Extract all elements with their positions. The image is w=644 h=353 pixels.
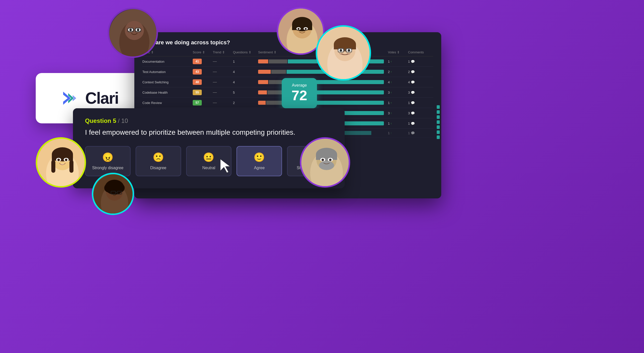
avatar-bottom-left <box>36 137 86 188</box>
col-votes: Votes ⇕ <box>388 50 408 54</box>
svg-rect-35 <box>52 154 73 161</box>
row-comments: 1 💬 <box>408 101 433 105</box>
row-trend: — <box>213 80 233 84</box>
row-votes: 4 ↑ <box>388 80 408 84</box>
table-row: Test Automation 43 — 4 2 ↑ 2 💬 <box>142 67 433 77</box>
row-votes: 1 ↑ <box>388 122 408 125</box>
disagree-label: Disagree <box>150 166 166 170</box>
row-topic: Context Switching <box>142 80 193 84</box>
question-header: Question 5 / 10 <box>85 117 333 124</box>
row-votes: 1 ↑ <box>388 60 408 63</box>
row-votes: 1 ↑ <box>388 131 408 135</box>
row-questions: 1 <box>233 60 258 63</box>
row-score: 48 <box>193 79 213 85</box>
svg-point-18 <box>305 28 307 30</box>
row-topic: Code Review <box>142 101 193 105</box>
cursor <box>218 158 231 174</box>
avatar-top-center <box>108 8 158 58</box>
row-votes: 3 ↑ <box>388 91 408 94</box>
avatar-bottom-right <box>300 137 350 188</box>
agree-label: Agree <box>254 166 265 170</box>
table-row: Documentation 41 — 1 1 ↑ 1 💬 <box>142 56 433 67</box>
sentiment-bar <box>258 90 384 94</box>
row-topic: Documentation <box>142 60 193 63</box>
row-score: 57 <box>193 100 213 105</box>
strongly-disagree-emoji: 😠 <box>102 152 113 163</box>
svg-point-62 <box>329 159 332 161</box>
row-comments: 1 💬 <box>408 122 433 125</box>
row-comments: 1 💬 <box>408 60 433 63</box>
disagree-emoji: 🙁 <box>153 152 164 163</box>
answer-strongly-disagree[interactable]: 😠 Strongly disagree <box>85 146 131 176</box>
answer-agree[interactable]: 🙂 Agree <box>236 146 282 176</box>
svg-point-41 <box>65 159 67 161</box>
svg-rect-58 <box>316 154 337 160</box>
logo-text: Clari <box>85 89 118 108</box>
svg-rect-23 <box>334 44 356 49</box>
svg-rect-37 <box>69 160 73 173</box>
col-comments: Comments <box>408 50 433 54</box>
col-score: Score ⇕ <box>193 50 213 54</box>
row-score: 55 <box>193 90 213 95</box>
question-text: I feel empowered to prioritize between m… <box>85 128 333 137</box>
row-trend: — <box>213 59 233 64</box>
row-votes: 2 ↑ <box>388 70 408 74</box>
question-number: Question 5 <box>85 117 116 124</box>
svg-point-17 <box>298 28 300 30</box>
svg-rect-14 <box>292 24 312 30</box>
avatar-top-right-2 <box>316 25 371 81</box>
clari-logo-icon <box>61 90 81 107</box>
question-total: / 10 <box>118 117 128 124</box>
row-trend: — <box>213 90 233 95</box>
row-topic: Codebase Health <box>142 91 193 94</box>
svg-point-53 <box>118 192 120 194</box>
svg-point-26 <box>340 49 342 52</box>
neutral-label: Neutral <box>202 166 215 170</box>
svg-point-63 <box>319 161 334 170</box>
sentiment-bar <box>258 80 384 84</box>
row-votes: 1 ↑ <box>388 101 408 105</box>
row-comments: 1 💬 <box>408 131 433 135</box>
answer-disagree[interactable]: 🙁 Disagree <box>136 146 181 176</box>
svg-point-48 <box>109 180 119 190</box>
row-score: 41 <box>193 59 213 64</box>
row-comments: 4 💬 <box>408 80 433 84</box>
row-votes: 3 ↑ <box>388 111 408 115</box>
row-questions: 5 <box>233 91 258 94</box>
row-trend: — <box>213 100 233 105</box>
svg-point-40 <box>57 159 60 161</box>
row-comments: 2 💬 <box>408 70 433 74</box>
neutral-emoji: 😐 <box>203 152 214 163</box>
svg-rect-36 <box>51 160 55 173</box>
col-questions: Questions ⇕ <box>233 50 258 54</box>
average-badge: Average 72 <box>282 78 317 108</box>
svg-point-6 <box>137 29 139 31</box>
row-score: 43 <box>193 69 213 75</box>
strongly-disagree-label: Strongly disagree <box>92 166 124 170</box>
col-trend: Trend ⇕ <box>213 50 233 54</box>
avatar-bottom-center <box>92 173 134 215</box>
row-questions: 4 <box>233 80 258 84</box>
average-label: Average <box>292 83 307 88</box>
svg-point-61 <box>321 159 324 161</box>
answer-options: 😠 Strongly disagree 🙁 Disagree 😐 Neutral… <box>85 146 333 176</box>
sentiment-bar <box>258 101 384 105</box>
row-trend: — <box>213 69 233 74</box>
row-comments: 3 💬 <box>408 91 433 94</box>
row-questions: 4 <box>233 70 258 74</box>
svg-point-27 <box>348 49 350 52</box>
sentiment-bar <box>258 70 384 74</box>
row-topic: Test Automation <box>142 70 193 74</box>
average-number: 72 <box>292 88 307 103</box>
agree-emoji: 🙂 <box>254 152 265 163</box>
svg-point-5 <box>129 29 132 31</box>
row-comments: 3 💬 <box>408 111 433 115</box>
svg-point-52 <box>112 192 114 194</box>
row-questions: 2 <box>233 101 258 105</box>
